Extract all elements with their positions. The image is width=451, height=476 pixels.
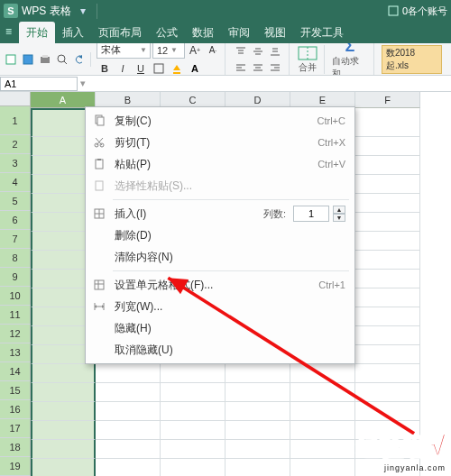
font-size-combo[interactable]: 12▼ [152,43,185,59]
align-top-button[interactable] [233,43,249,60]
row-header[interactable]: 3 [0,154,31,173]
autosum-group[interactable]: Σ 自动求和 [327,43,374,76]
row-header[interactable]: 7 [0,230,31,249]
tab-dev[interactable]: 开发工具 [293,22,351,43]
cell[interactable] [290,402,355,421]
spinner-up[interactable]: ▲ [333,206,345,214]
row-header[interactable]: 1 [0,106,31,135]
align-left-button[interactable] [233,60,249,76]
cell[interactable] [31,383,96,402]
cell[interactable] [226,402,290,421]
cell[interactable] [290,383,355,402]
preview-button[interactable] [55,52,69,67]
doc-chip[interactable]: 数2018起.xls [376,45,447,74]
tab-insert[interactable]: 插入 [55,22,91,43]
cell[interactable] [355,288,420,307]
menu-unhide[interactable]: 取消隐藏(U) [86,339,354,361]
menu-cut[interactable]: 剪切(T) Ctrl+X [86,132,354,153]
cell[interactable] [290,364,355,383]
row-header[interactable]: 19 [0,457,31,476]
app-menu-dropdown[interactable]: ▾ [75,5,91,17]
align-center-button[interactable] [250,60,266,76]
row-header[interactable]: 12 [0,325,31,343]
merge-group[interactable]: 合并 [291,45,325,74]
cell[interactable] [355,156,420,175]
file-menu-icon[interactable]: ≡ [0,22,19,43]
cell[interactable] [226,383,290,402]
fill-color-button[interactable] [169,60,185,77]
row-header[interactable]: 8 [0,249,31,268]
cell[interactable] [355,232,420,251]
row-header[interactable]: 10 [0,287,31,306]
menu-paste[interactable]: 粘贴(P) Ctrl+V [86,153,354,175]
print-button[interactable] [38,52,52,67]
tab-data[interactable]: 数据 [185,22,221,43]
italic-button[interactable]: I [115,60,131,77]
cell[interactable] [355,251,420,270]
cell[interactable] [290,440,355,459]
menu-clear[interactable]: 清除内容(N) [86,246,354,268]
cell[interactable] [226,459,290,476]
cell[interactable] [31,402,96,421]
cell[interactable] [31,459,96,476]
row-header[interactable]: 6 [0,211,31,230]
row-header[interactable]: 5 [0,192,31,211]
name-box-dropdown[interactable]: ▾ [78,78,88,89]
cell[interactable] [161,402,226,421]
cell[interactable] [355,137,420,156]
row-header[interactable]: 15 [0,381,31,400]
cell[interactable] [355,364,420,383]
cell[interactable] [355,383,420,402]
cell[interactable] [355,402,420,421]
border-button[interactable] [151,60,167,77]
cell[interactable] [161,383,226,402]
col-header-F[interactable]: F [355,92,420,108]
cell[interactable] [355,326,420,345]
cell[interactable] [96,440,161,459]
tab-page-layout[interactable]: 页面布局 [91,22,149,43]
font-color-button[interactable]: A [187,60,203,77]
cell[interactable] [161,440,226,459]
save-button[interactable] [21,52,35,67]
menu-column-width[interactable]: 列宽(W)... [86,296,354,317]
account-area[interactable]: 0各个账号 [388,5,451,18]
cell[interactable] [226,421,290,440]
row-header[interactable]: 9 [0,268,31,287]
cell[interactable] [355,213,420,232]
tab-formula[interactable]: 公式 [149,22,185,43]
cell[interactable] [96,383,161,402]
menu-copy[interactable]: 复制(C) Ctrl+C [86,110,354,132]
name-box[interactable] [0,77,78,91]
cell[interactable] [31,440,96,459]
cell[interactable] [161,421,226,440]
font-name-combo[interactable]: 宋体▼ [97,43,151,59]
cell[interactable] [355,194,420,213]
decrease-font-button[interactable]: A- [205,43,221,59]
cell[interactable] [96,459,161,476]
cell[interactable] [96,421,161,440]
cell[interactable] [355,108,420,137]
cell[interactable] [96,402,161,421]
row-header[interactable]: 16 [0,400,31,419]
bold-button[interactable]: B [97,60,113,77]
cell[interactable] [31,364,96,383]
align-right-button[interactable] [267,60,283,76]
align-middle-button[interactable] [250,43,266,60]
increase-font-button[interactable]: A+ [187,43,203,59]
cell[interactable] [355,345,420,364]
row-header[interactable]: 4 [0,173,31,192]
new-button[interactable] [4,52,18,67]
cell[interactable] [31,421,96,440]
row-header[interactable]: 14 [0,362,31,381]
cell[interactable] [355,307,420,326]
align-bottom-button[interactable] [267,43,283,60]
row-header[interactable]: 18 [0,438,31,457]
cell[interactable] [290,459,355,476]
row-header[interactable]: 11 [0,306,31,325]
tab-review[interactable]: 审阅 [221,22,257,43]
menu-paste-special[interactable]: 选择性粘贴(S)... [86,175,354,197]
cell[interactable] [161,459,226,476]
cell[interactable] [226,440,290,459]
cell[interactable] [290,421,355,440]
cell[interactable] [96,364,161,383]
